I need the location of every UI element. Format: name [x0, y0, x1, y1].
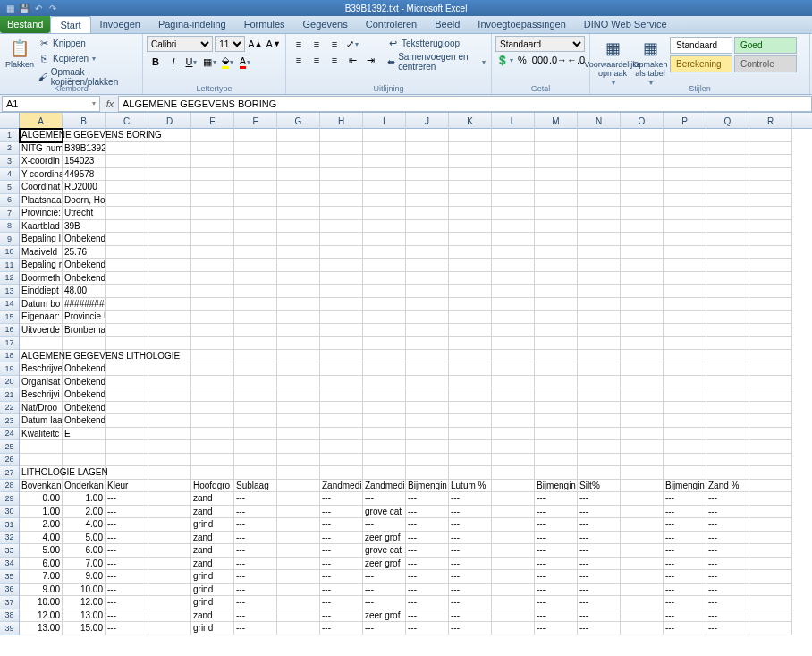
- cell[interactable]: [406, 233, 449, 246]
- cell[interactable]: [664, 324, 706, 337]
- row-header[interactable]: 33: [0, 544, 20, 558]
- cell[interactable]: ---: [578, 558, 621, 571]
- cell[interactable]: [535, 272, 578, 285]
- cell[interactable]: [535, 362, 578, 376]
- cell[interactable]: [664, 350, 706, 363]
- column-header-C[interactable]: C: [106, 113, 148, 129]
- cell[interactable]: [449, 337, 492, 350]
- tab-beeld[interactable]: Beeld: [426, 16, 469, 33]
- cell[interactable]: ---: [449, 584, 492, 597]
- cell[interactable]: [492, 259, 535, 272]
- bold-button[interactable]: B: [147, 54, 165, 70]
- cell[interactable]: [363, 233, 406, 246]
- cell[interactable]: [449, 220, 492, 234]
- cell[interactable]: [148, 466, 191, 480]
- cell[interactable]: [621, 207, 664, 220]
- cell[interactable]: 1.00: [20, 506, 63, 519]
- column-header-M[interactable]: M: [535, 113, 578, 129]
- cell[interactable]: [106, 376, 148, 389]
- cell[interactable]: [492, 129, 535, 142]
- cell[interactable]: [106, 466, 148, 480]
- cell[interactable]: ---: [106, 622, 148, 635]
- cell[interactable]: [191, 298, 234, 311]
- cell[interactable]: ---: [449, 622, 492, 635]
- cell[interactable]: [148, 454, 191, 467]
- cell[interactable]: 12.00: [63, 596, 106, 609]
- cell[interactable]: [406, 324, 449, 337]
- cell[interactable]: [492, 194, 535, 208]
- thousands-button[interactable]: 000: [531, 52, 549, 68]
- cell[interactable]: [277, 480, 320, 493]
- cell[interactable]: [106, 220, 148, 234]
- cell[interactable]: [535, 350, 578, 363]
- cell[interactable]: [492, 558, 535, 571]
- cell[interactable]: [492, 142, 535, 156]
- cell[interactable]: [234, 324, 277, 337]
- cell[interactable]: ---: [664, 532, 706, 545]
- cell[interactable]: LITHOLOGIE LAGEN: [20, 466, 63, 480]
- cell[interactable]: [277, 440, 320, 454]
- cell[interactable]: ---: [535, 622, 578, 635]
- wrap-text-button[interactable]: ↩Tekstterugloop: [385, 36, 487, 50]
- cell[interactable]: [492, 454, 535, 467]
- cell[interactable]: [664, 337, 706, 350]
- cell[interactable]: [277, 207, 320, 220]
- cell[interactable]: [148, 324, 191, 337]
- tab-gegevens[interactable]: Gegevens: [294, 16, 357, 33]
- cell[interactable]: ---: [320, 622, 363, 635]
- cell[interactable]: [706, 142, 749, 156]
- cell[interactable]: [449, 466, 492, 480]
- tab-pagina[interactable]: Pagina-indeling: [149, 16, 235, 33]
- cell[interactable]: [749, 362, 792, 376]
- cell[interactable]: [406, 350, 449, 363]
- row-header[interactable]: 21: [0, 388, 20, 402]
- cell[interactable]: [664, 259, 706, 272]
- cell[interactable]: ---: [106, 532, 148, 545]
- cell[interactable]: [277, 414, 320, 428]
- cell[interactable]: [234, 207, 277, 220]
- cell[interactable]: Provincie:: [20, 207, 63, 220]
- number-format-select[interactable]: Standaard: [495, 36, 585, 52]
- row-header[interactable]: 10: [0, 246, 20, 260]
- cell[interactable]: ---: [363, 584, 406, 597]
- cell[interactable]: [492, 428, 535, 441]
- cell[interactable]: [749, 350, 792, 363]
- cell[interactable]: [664, 402, 706, 415]
- cell[interactable]: [148, 298, 191, 311]
- cell[interactable]: [148, 362, 191, 376]
- cell[interactable]: grind: [191, 622, 234, 635]
- cell[interactable]: [277, 285, 320, 298]
- align-middle-button[interactable]: ≡: [308, 36, 326, 52]
- cell[interactable]: Onbekend: [63, 272, 106, 285]
- cell[interactable]: ---: [406, 518, 449, 532]
- cell[interactable]: [621, 194, 664, 208]
- cell[interactable]: [363, 142, 406, 156]
- cell[interactable]: [406, 388, 449, 402]
- cell[interactable]: [234, 220, 277, 234]
- cell[interactable]: zand: [191, 609, 234, 623]
- cell[interactable]: [664, 272, 706, 285]
- cell[interactable]: [277, 492, 320, 506]
- cell[interactable]: [363, 129, 406, 142]
- cell[interactable]: ---: [406, 532, 449, 545]
- tab-invoegen[interactable]: Invoegen: [91, 16, 149, 33]
- cell[interactable]: ---: [535, 506, 578, 519]
- cell[interactable]: ---: [234, 596, 277, 609]
- cell[interactable]: ---: [406, 609, 449, 623]
- cell[interactable]: [621, 492, 664, 506]
- cell[interactable]: [106, 233, 148, 246]
- cell[interactable]: ---: [664, 492, 706, 506]
- cell[interactable]: ---: [535, 584, 578, 597]
- cell[interactable]: [664, 194, 706, 208]
- cell[interactable]: [749, 129, 792, 142]
- cell[interactable]: [363, 324, 406, 337]
- cell[interactable]: [406, 337, 449, 350]
- cell[interactable]: ---: [320, 492, 363, 506]
- formula-input[interactable]: ALGEMENE GEGEVENS BORING: [118, 96, 812, 112]
- merge-center-button[interactable]: ⬌Samenvoegen en centreren: [385, 51, 487, 72]
- cell[interactable]: [492, 518, 535, 532]
- cell[interactable]: [578, 298, 621, 311]
- cell[interactable]: [234, 246, 277, 260]
- tab-bestand[interactable]: Bestand: [0, 16, 50, 33]
- cell[interactable]: ---: [578, 609, 621, 623]
